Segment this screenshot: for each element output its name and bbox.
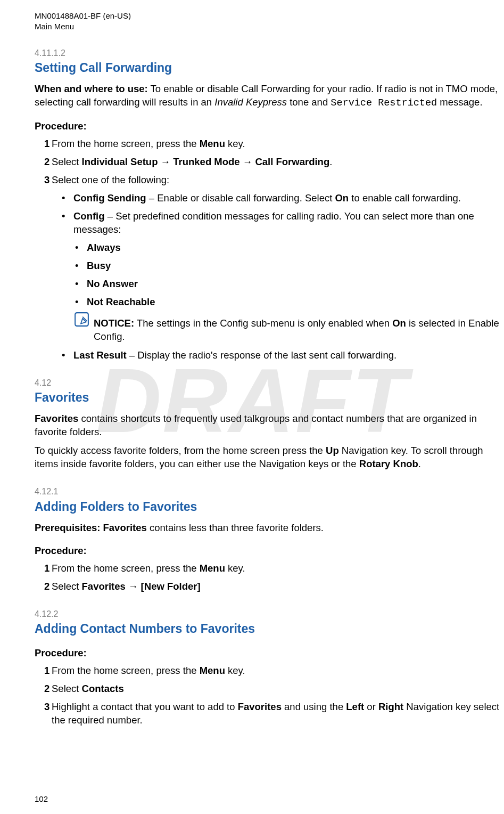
text: . <box>329 156 332 167</box>
paragraph: To quickly access favorite folders, from… <box>35 444 504 471</box>
text: Select <box>52 581 82 592</box>
step-text: Select Individual Setup → Trunked Mode →… <box>52 156 504 169</box>
text: From the home screen, press the <box>52 665 200 676</box>
step-text: From the home screen, press the Menu key… <box>52 562 504 575</box>
step-number: 1 <box>35 137 52 151</box>
header-doc-id: MN001488A01-BF (en-US) <box>35 11 504 21</box>
text: contains less than three favorite folder… <box>147 522 324 533</box>
step-number: 2 <box>35 682 52 696</box>
section-title: Setting Call Forwarding <box>35 60 504 76</box>
text: and using the <box>282 701 346 712</box>
step-row: 3 Select one of the following: <box>35 174 504 187</box>
step-number: 3 <box>35 701 52 714</box>
notice-label: NOTICE: <box>94 318 134 329</box>
step-number: 3 <box>35 174 52 187</box>
bullet-icon: • <box>59 349 73 362</box>
text-bold: Config <box>73 210 105 222</box>
text-bold: Favorites <box>35 413 78 424</box>
text-italic: Invalid Keypress <box>214 96 287 108</box>
step-number: 1 <box>35 562 52 575</box>
sub-bullet-row: • Always <box>73 241 504 255</box>
bullet-icon: • <box>73 278 87 291</box>
text-bold: Favorites <box>103 522 147 533</box>
bullet-icon: • <box>59 210 73 223</box>
procedure-label: Procedure: <box>35 647 504 660</box>
text: From the home screen, press the <box>52 563 200 574</box>
paragraph: Favorites contains shortcuts to frequent… <box>35 412 504 439</box>
procedure-label: Procedure: <box>35 120 504 133</box>
sub-bullet-text: Busy <box>87 259 504 273</box>
section-number: 4.11.1.2 <box>35 47 504 59</box>
text-bold: On <box>392 318 406 329</box>
step-row: 2 Select Favorites → [New Folder] <box>35 580 504 593</box>
text: key. <box>225 138 245 149</box>
section-title: Favorites <box>35 389 504 406</box>
text-bold: Right <box>378 701 403 712</box>
bullet-icon: • <box>73 259 87 273</box>
prerequisites: Prerequisites: Favorites contains less t… <box>35 522 504 535</box>
section-title: Adding Folders to Favorites <box>35 499 504 515</box>
text: Select <box>52 156 82 167</box>
step-text: From the home screen, press the Menu key… <box>52 664 504 678</box>
bullet-row: • Last Result – Display the radio's resp… <box>59 349 504 362</box>
bullet-row: • Config Sending – Enable or disable cal… <box>59 192 504 205</box>
section-title: Adding Contact Numbers to Favorites <box>35 621 504 637</box>
text-bold: Last Result <box>73 349 127 361</box>
text-bold: Rotary Knob <box>359 458 418 469</box>
when-where-paragraph: When and where to use: To enable or disa… <box>35 83 504 110</box>
bullet-text: Config Sending – Enable or disable call … <box>73 192 504 205</box>
step-text: Select Favorites → [New Folder] <box>52 580 504 593</box>
bullet-text: Last Result – Display the radio's respon… <box>73 349 504 362</box>
notice-block: NOTICE: The settings in the Config sub-m… <box>73 317 504 344</box>
text-bold: [New Folder] <box>141 581 201 592</box>
text: → <box>240 156 255 167</box>
notice-icon <box>73 311 90 328</box>
step-row: 1 From the home screen, press the Menu k… <box>35 664 504 678</box>
text-bold: Menu <box>200 563 225 574</box>
step-row: 2 Select Individual Setup → Trunked Mode… <box>35 156 504 169</box>
text: From the home screen, press the <box>52 138 200 149</box>
text-bold: Individual Setup <box>82 156 158 167</box>
step-text: From the home screen, press the Menu key… <box>52 137 504 151</box>
text: to enable call forwarding. <box>349 192 461 204</box>
section-number: 4.12.2 <box>35 608 504 620</box>
text: The settings in the Config sub-menu is o… <box>134 318 392 329</box>
bullet-text: Config – Set predefined condition messag… <box>73 210 504 237</box>
text: key. <box>225 665 245 676</box>
step-text: Select Contacts <box>52 682 504 696</box>
page-number: 102 <box>35 794 48 804</box>
text: – Display the radio's response of the la… <box>127 349 396 361</box>
step-row: 3 Highlight a contact that you want to a… <box>35 701 504 727</box>
bullet-icon: • <box>73 241 87 255</box>
text-bold: Trunked Mode <box>173 156 239 167</box>
text-bold: Favorites <box>82 581 126 592</box>
step-row: 1 From the home screen, press the Menu k… <box>35 137 504 151</box>
text: – Set predefined condition messages for … <box>73 210 474 235</box>
prereq-label: Prerequisites: <box>35 522 103 533</box>
text-bold: Contacts <box>82 683 124 694</box>
text-bold: Menu <box>200 138 225 149</box>
procedure-label: Procedure: <box>35 544 504 558</box>
text: → <box>158 156 173 167</box>
text: key. <box>225 563 245 574</box>
text: → <box>126 581 141 592</box>
text: To quickly access favorite folders, from… <box>35 445 326 456</box>
text-bold: Config Sending <box>73 192 146 204</box>
bullet-icon: • <box>73 296 87 309</box>
step-text: Select one of the following: <box>52 174 504 187</box>
notice-text: NOTICE: The settings in the Config sub-m… <box>94 317 501 344</box>
sub-bullet-row: • Busy <box>73 259 504 273</box>
step-text: Highlight a contact that you want to add… <box>52 701 504 727</box>
bullet-icon: • <box>59 192 73 205</box>
step-number: 2 <box>35 156 52 169</box>
text: contains shortcuts to frequently used ta… <box>35 413 477 437</box>
text-bold: Favorites <box>238 701 282 712</box>
text: Highlight a contact that you want to add… <box>52 701 238 712</box>
sub-bullet-text: No Answer <box>87 278 504 291</box>
text: . <box>418 458 421 469</box>
sub-bullet-row: • No Answer <box>73 278 504 291</box>
text-bold: Menu <box>200 665 225 676</box>
section-number: 4.12.1 <box>35 486 504 498</box>
step-row: 2 Select Contacts <box>35 682 504 696</box>
step-row: 1 From the home screen, press the Menu k… <box>35 562 504 575</box>
